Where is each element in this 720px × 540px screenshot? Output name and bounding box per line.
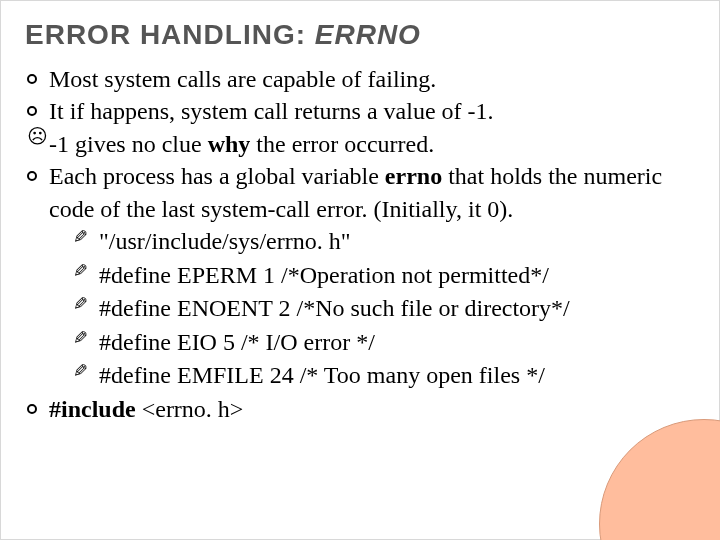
sub-2-text: #define EPERM 1 /*Operation not permitte…	[99, 262, 549, 288]
decor-circle	[599, 419, 720, 540]
sub-bullet-list: "/usr/include/sys/errno. h" #define EPER…	[49, 225, 695, 393]
bullet-3: -1 gives no clue why the error occurred.	[27, 128, 695, 160]
sub-2: #define EPERM 1 /*Operation not permitte…	[73, 259, 695, 293]
sub-3-text: #define ENOENT 2 /*No such file or direc…	[99, 295, 570, 321]
bullet-2: It if happens, system call returns a val…	[27, 95, 695, 127]
bullet-3-why: why	[208, 131, 251, 157]
slide-content: ERROR HANDLING: ERRNO Most system calls …	[25, 19, 695, 425]
sub-5-text: #define EMFILE 24 /* Too many open files…	[99, 362, 545, 388]
title-errno: ERRNO	[315, 19, 421, 50]
bullet-3-a: -1 gives no clue	[49, 131, 208, 157]
slide: ERROR HANDLING: ERRNO Most system calls …	[0, 0, 720, 540]
bullet-5-b: <errno. h>	[136, 396, 244, 422]
bullet-4-errno: errno	[385, 163, 442, 189]
sub-4-text: #define EIO 5 /* I/O error */	[99, 329, 375, 355]
sub-3: #define ENOENT 2 /*No such file or direc…	[73, 292, 695, 326]
slide-title: ERROR HANDLING: ERRNO	[25, 19, 695, 51]
bullet-3-c: the error occurred.	[250, 131, 434, 157]
title-text: ERROR HANDLING:	[25, 19, 315, 50]
bullet-5: #include <errno. h>	[27, 393, 695, 425]
sub-1-text: "/usr/include/sys/errno. h"	[99, 228, 351, 254]
sub-1: "/usr/include/sys/errno. h"	[73, 225, 695, 259]
bullet-2-text: It if happens, system call returns a val…	[49, 98, 494, 124]
sub-5: #define EMFILE 24 /* Too many open files…	[73, 359, 695, 393]
bullet-list: Most system calls are capable of failing…	[25, 63, 695, 425]
bullet-4: Each process has a global variable errno…	[27, 160, 695, 393]
bullet-1: Most system calls are capable of failing…	[27, 63, 695, 95]
bullet-4-a: Each process has a global variable	[49, 163, 385, 189]
bullet-5-include: #include	[49, 396, 136, 422]
bullet-1-text: Most system calls are capable of failing…	[49, 66, 436, 92]
sub-4: #define EIO 5 /* I/O error */	[73, 326, 695, 360]
